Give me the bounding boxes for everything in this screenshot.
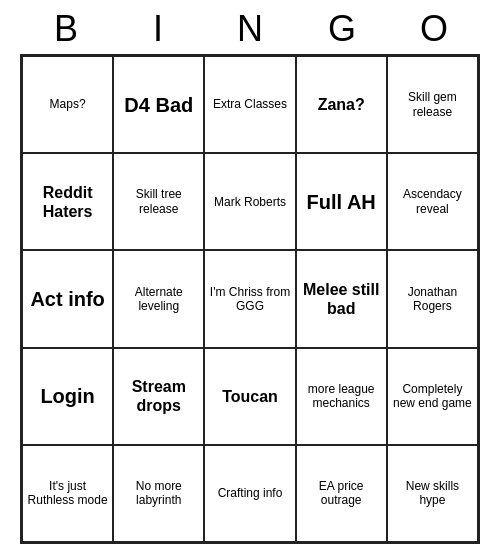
bingo-cell-9: Ascendacy reveal: [387, 153, 478, 250]
title-i: I: [118, 8, 198, 50]
bingo-cell-22: Crafting info: [204, 445, 295, 542]
title-o: O: [394, 8, 474, 50]
bingo-cell-6: Skill tree release: [113, 153, 204, 250]
bingo-cell-18: more league mechanics: [296, 348, 387, 445]
bingo-cell-12: I'm Chriss from GGG: [204, 250, 295, 347]
title-n: N: [210, 8, 290, 50]
bingo-cell-24: New skills hype: [387, 445, 478, 542]
bingo-cell-0: Maps?: [22, 56, 113, 153]
bingo-cell-11: Alternate leveling: [113, 250, 204, 347]
bingo-cell-21: No more labyrinth: [113, 445, 204, 542]
bingo-grid: Maps?D4 BadExtra ClassesZana?Skill gem r…: [20, 54, 480, 544]
bingo-cell-2: Extra Classes: [204, 56, 295, 153]
bingo-cell-16: Stream drops: [113, 348, 204, 445]
bingo-title: B I N G O: [20, 0, 480, 54]
bingo-cell-7: Mark Roberts: [204, 153, 295, 250]
bingo-cell-3: Zana?: [296, 56, 387, 153]
bingo-cell-8: Full AH: [296, 153, 387, 250]
bingo-cell-17: Toucan: [204, 348, 295, 445]
title-b: B: [26, 8, 106, 50]
bingo-cell-14: Jonathan Rogers: [387, 250, 478, 347]
bingo-cell-10: Act info: [22, 250, 113, 347]
bingo-cell-1: D4 Bad: [113, 56, 204, 153]
bingo-cell-13: Melee still bad: [296, 250, 387, 347]
bingo-cell-5: Reddit Haters: [22, 153, 113, 250]
bingo-cell-15: Login: [22, 348, 113, 445]
title-g: G: [302, 8, 382, 50]
bingo-cell-19: Completely new end game: [387, 348, 478, 445]
bingo-cell-23: EA price outrage: [296, 445, 387, 542]
bingo-cell-20: It's just Ruthless mode: [22, 445, 113, 542]
bingo-cell-4: Skill gem release: [387, 56, 478, 153]
